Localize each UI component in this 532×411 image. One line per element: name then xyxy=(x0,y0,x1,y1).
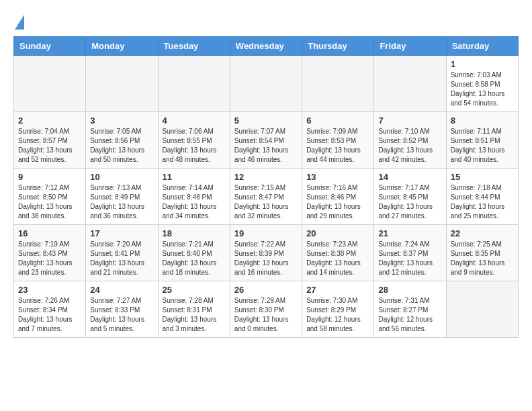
day-number: 26 xyxy=(234,285,298,295)
day-info: Sunrise: 7:05 AM Sunset: 8:56 PM Dayligh… xyxy=(90,127,153,165)
calendar-cell: 3Sunrise: 7:05 AM Sunset: 8:56 PM Daylig… xyxy=(86,112,158,169)
day-info: Sunrise: 7:30 AM Sunset: 8:29 PM Dayligh… xyxy=(306,296,369,334)
day-number: 9 xyxy=(18,172,81,182)
calendar-cell: 6Sunrise: 7:09 AM Sunset: 8:53 PM Daylig… xyxy=(302,112,374,169)
calendar-week-2: 9Sunrise: 7:12 AM Sunset: 8:50 PM Daylig… xyxy=(14,169,519,225)
logo-triangle-icon xyxy=(15,15,24,30)
calendar-table: SundayMondayTuesdayWednesdayThursdayFrid… xyxy=(13,36,519,338)
day-info: Sunrise: 7:03 AM Sunset: 8:58 PM Dayligh… xyxy=(451,71,514,108)
calendar-cell: 1Sunrise: 7:03 AM Sunset: 8:58 PM Daylig… xyxy=(446,56,518,112)
day-number: 27 xyxy=(306,285,369,295)
calendar-cell: 22Sunrise: 7:25 AM Sunset: 8:35 PM Dayli… xyxy=(446,225,518,281)
page-header xyxy=(13,13,519,30)
day-info: Sunrise: 7:11 AM Sunset: 8:51 PM Dayligh… xyxy=(451,127,514,165)
day-info: Sunrise: 7:24 AM Sunset: 8:37 PM Dayligh… xyxy=(378,240,441,277)
day-info: Sunrise: 7:17 AM Sunset: 8:45 PM Dayligh… xyxy=(378,183,441,221)
day-info: Sunrise: 7:12 AM Sunset: 8:50 PM Dayligh… xyxy=(18,183,81,221)
day-number: 7 xyxy=(378,116,441,126)
calendar-cell: 19Sunrise: 7:22 AM Sunset: 8:39 PM Dayli… xyxy=(230,225,302,281)
calendar-cell: 27Sunrise: 7:30 AM Sunset: 8:29 PM Dayli… xyxy=(302,281,374,338)
col-header-sunday: Sunday xyxy=(14,37,86,56)
day-number: 11 xyxy=(163,172,226,182)
calendar-cell xyxy=(230,56,302,112)
day-number: 19 xyxy=(234,228,298,238)
day-info: Sunrise: 7:29 AM Sunset: 8:30 PM Dayligh… xyxy=(234,296,298,334)
day-number: 10 xyxy=(90,172,153,182)
col-header-wednesday: Wednesday xyxy=(230,37,302,56)
day-info: Sunrise: 7:22 AM Sunset: 8:39 PM Dayligh… xyxy=(234,240,298,277)
day-number: 6 xyxy=(306,116,369,126)
day-info: Sunrise: 7:23 AM Sunset: 8:38 PM Dayligh… xyxy=(306,240,369,277)
day-number: 4 xyxy=(163,116,226,126)
calendar-cell xyxy=(374,56,446,112)
calendar-week-3: 16Sunrise: 7:19 AM Sunset: 8:43 PM Dayli… xyxy=(14,225,519,281)
calendar-cell: 28Sunrise: 7:31 AM Sunset: 8:27 PM Dayli… xyxy=(374,281,446,338)
col-header-tuesday: Tuesday xyxy=(158,37,230,56)
day-info: Sunrise: 7:15 AM Sunset: 8:47 PM Dayligh… xyxy=(234,183,298,221)
calendar-cell xyxy=(302,56,374,112)
day-number: 15 xyxy=(451,172,514,182)
calendar-cell: 26Sunrise: 7:29 AM Sunset: 8:30 PM Dayli… xyxy=(230,281,302,338)
day-info: Sunrise: 7:04 AM Sunset: 8:57 PM Dayligh… xyxy=(18,127,81,165)
day-number: 3 xyxy=(90,116,153,126)
col-header-friday: Friday xyxy=(374,37,446,56)
calendar-cell: 9Sunrise: 7:12 AM Sunset: 8:50 PM Daylig… xyxy=(14,169,86,225)
calendar-cell: 14Sunrise: 7:17 AM Sunset: 8:45 PM Dayli… xyxy=(374,169,446,225)
day-number: 13 xyxy=(306,172,369,182)
day-number: 20 xyxy=(306,228,369,238)
calendar-cell: 20Sunrise: 7:23 AM Sunset: 8:38 PM Dayli… xyxy=(302,225,374,281)
calendar-week-0: 1Sunrise: 7:03 AM Sunset: 8:58 PM Daylig… xyxy=(14,56,519,112)
day-info: Sunrise: 7:25 AM Sunset: 8:35 PM Dayligh… xyxy=(451,240,514,277)
calendar-header-row: SundayMondayTuesdayWednesdayThursdayFrid… xyxy=(14,37,519,56)
calendar-cell: 11Sunrise: 7:14 AM Sunset: 8:48 PM Dayli… xyxy=(158,169,230,225)
day-info: Sunrise: 7:31 AM Sunset: 8:27 PM Dayligh… xyxy=(378,296,441,334)
day-number: 25 xyxy=(163,285,226,295)
day-info: Sunrise: 7:20 AM Sunset: 8:41 PM Dayligh… xyxy=(90,240,153,277)
calendar-cell xyxy=(86,56,158,112)
col-header-monday: Monday xyxy=(86,37,158,56)
day-info: Sunrise: 7:06 AM Sunset: 8:55 PM Dayligh… xyxy=(163,127,226,165)
calendar-cell xyxy=(158,56,230,112)
calendar-cell: 5Sunrise: 7:07 AM Sunset: 8:54 PM Daylig… xyxy=(230,112,302,169)
col-header-thursday: Thursday xyxy=(302,37,374,56)
calendar-cell: 24Sunrise: 7:27 AM Sunset: 8:33 PM Dayli… xyxy=(86,281,158,338)
calendar-cell: 12Sunrise: 7:15 AM Sunset: 8:47 PM Dayli… xyxy=(230,169,302,225)
calendar-cell: 18Sunrise: 7:21 AM Sunset: 8:40 PM Dayli… xyxy=(158,225,230,281)
day-number: 5 xyxy=(234,116,298,126)
day-number: 8 xyxy=(451,116,514,126)
day-number: 24 xyxy=(90,285,153,295)
day-info: Sunrise: 7:28 AM Sunset: 8:31 PM Dayligh… xyxy=(163,296,226,334)
day-number: 21 xyxy=(378,228,441,238)
calendar-cell: 4Sunrise: 7:06 AM Sunset: 8:55 PM Daylig… xyxy=(158,112,230,169)
logo xyxy=(13,13,24,30)
day-number: 14 xyxy=(378,172,441,182)
day-number: 28 xyxy=(378,285,441,295)
calendar-cell: 15Sunrise: 7:18 AM Sunset: 8:44 PM Dayli… xyxy=(446,169,518,225)
calendar-cell: 17Sunrise: 7:20 AM Sunset: 8:41 PM Dayli… xyxy=(86,225,158,281)
col-header-saturday: Saturday xyxy=(446,37,518,56)
calendar-cell: 16Sunrise: 7:19 AM Sunset: 8:43 PM Dayli… xyxy=(14,225,86,281)
day-info: Sunrise: 7:07 AM Sunset: 8:54 PM Dayligh… xyxy=(234,127,298,165)
day-info: Sunrise: 7:19 AM Sunset: 8:43 PM Dayligh… xyxy=(18,240,81,277)
calendar-cell: 13Sunrise: 7:16 AM Sunset: 8:46 PM Dayli… xyxy=(302,169,374,225)
calendar-cell: 23Sunrise: 7:26 AM Sunset: 8:34 PM Dayli… xyxy=(14,281,86,338)
calendar-cell xyxy=(446,281,518,338)
day-number: 23 xyxy=(18,285,81,295)
day-number: 2 xyxy=(18,116,81,126)
calendar-week-1: 2Sunrise: 7:04 AM Sunset: 8:57 PM Daylig… xyxy=(14,112,519,169)
calendar-cell: 10Sunrise: 7:13 AM Sunset: 8:49 PM Dayli… xyxy=(86,169,158,225)
calendar-cell: 8Sunrise: 7:11 AM Sunset: 8:51 PM Daylig… xyxy=(446,112,518,169)
day-number: 16 xyxy=(18,228,81,238)
day-number: 17 xyxy=(90,228,153,238)
day-info: Sunrise: 7:21 AM Sunset: 8:40 PM Dayligh… xyxy=(163,240,226,277)
day-number: 18 xyxy=(163,228,226,238)
day-info: Sunrise: 7:18 AM Sunset: 8:44 PM Dayligh… xyxy=(451,183,514,221)
calendar-cell xyxy=(14,56,86,112)
day-info: Sunrise: 7:14 AM Sunset: 8:48 PM Dayligh… xyxy=(163,183,226,221)
day-info: Sunrise: 7:27 AM Sunset: 8:33 PM Dayligh… xyxy=(90,296,153,334)
day-info: Sunrise: 7:16 AM Sunset: 8:46 PM Dayligh… xyxy=(306,183,369,221)
day-info: Sunrise: 7:26 AM Sunset: 8:34 PM Dayligh… xyxy=(18,296,81,334)
calendar-week-4: 23Sunrise: 7:26 AM Sunset: 8:34 PM Dayli… xyxy=(14,281,519,338)
day-number: 1 xyxy=(451,59,514,69)
day-number: 22 xyxy=(451,228,514,238)
